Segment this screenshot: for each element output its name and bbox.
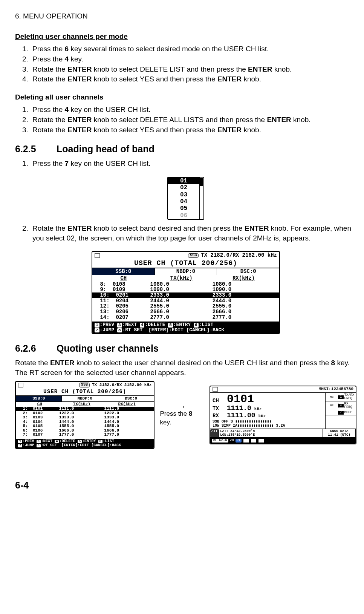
band-item[interactable]: 02 — [168, 184, 199, 191]
lon: LON:135°19.5900'E — [220, 433, 255, 437]
mmsi: MMSI:123456789 — [319, 387, 353, 392]
lcd-user-ch-main: SSB TX 2182.0/RX 2182.00 kHz USER CH (TO… — [92, 251, 280, 334]
channel-row[interactable]: 10: 02012333.02333.0 — [92, 292, 279, 298]
step: Press the 6 key several times to select … — [30, 44, 356, 54]
channel-row[interactable]: 14: 02072777.02777.0 — [92, 315, 279, 320]
scrollbar[interactable] — [199, 178, 203, 219]
section-title-all: Deleting all user channels — [15, 92, 356, 102]
steps-625b: Rotate the ENTER knob to select band des… — [15, 224, 356, 243]
status-line-2: LOW SIMP IA▮▮▮▮▮▮▮▮▮▮▮▮▮▮▮▮ 3.2A — [213, 424, 323, 428]
rx-value: 1111.00 — [227, 412, 255, 419]
mode-tab[interactable]: NBDP:0 — [155, 268, 217, 275]
step: Press the 4 key on the USER CH list. — [30, 105, 356, 115]
section-num: 6.2.5 — [15, 143, 57, 156]
mode-tab[interactable]: DSC:0 — [217, 268, 279, 275]
steps-per-mode: Press the 6 key several times to select … — [15, 44, 356, 84]
page-number: 6-4 — [15, 479, 356, 492]
mode-tab[interactable]: DSC:0 — [108, 396, 154, 401]
col-rx: RX(kHz) — [104, 402, 150, 407]
mode-tabs: SSB:0NBDP:0DSC:0 — [16, 396, 154, 402]
alert-icon — [266, 438, 272, 443]
rfgain-value: 20 — [230, 439, 234, 442]
lcd-footer: 1:PREV 3:NEXT 4:DELETE 5:ENTRY 6:LIST 7:… — [92, 322, 279, 333]
channel-row[interactable]: 1: 01011111.01111.0 — [16, 407, 154, 411]
step: Rotate the ENTER knob to select YES and … — [30, 125, 356, 135]
channel-row[interactable]: 8: 01081080.01080.0 — [92, 282, 279, 287]
lcd-user-ch-small: SSB TX 2182.0/RX 2182.00 kHz USER CH (TO… — [15, 381, 154, 449]
step: Rotate the ENTER knob to select DELETE A… — [30, 115, 356, 125]
time: 11:41 (UTC) — [328, 433, 350, 437]
channel-row[interactable]: 11: 02042444.02444.0 — [92, 298, 279, 304]
section-title-per-mode: Deleting user channels per mode — [15, 32, 356, 41]
lcd-footer: 1:PREV 3:NEXT 4:DELETE 5:ENTRY 6:LIST 7:… — [16, 439, 154, 448]
section-626-title: 6.2.6Quoting user channels — [15, 342, 356, 355]
freq-status: TX 2182.0/RX 2182.00 kHz — [92, 383, 151, 387]
col-rx: RX(kHz) — [213, 276, 275, 281]
scrollbar-thumb[interactable] — [200, 178, 203, 186]
mode-badge: SSB — [188, 253, 199, 258]
band-item[interactable]: 03 — [168, 191, 199, 198]
channel-row[interactable]: 13: 02062666.02666.0 — [92, 309, 279, 315]
band-item[interactable]: 01 — [168, 178, 199, 184]
section-626-intro: Rotate the ENTER knob to select the user… — [15, 358, 356, 377]
arrow-icon: → — [178, 403, 186, 410]
tx-value: 1111.0 — [227, 405, 251, 412]
band-item[interactable]: 04 — [168, 198, 199, 205]
section-num: 6.2.6 — [15, 342, 57, 355]
section-text: Loading head of band — [57, 144, 154, 154]
side-buttons: NB1TX/RXFREQNF4RXFREQ 7MODE — [325, 393, 356, 429]
channel-row[interactable]: 7: 01071777.01777.0 — [16, 433, 154, 437]
rx-label: RX — [213, 413, 224, 419]
col-tx: TX(kHz) — [59, 402, 104, 407]
col-ch: CH — [97, 276, 150, 281]
ch-value: 0101 — [227, 394, 254, 405]
band-item[interactable]: 06 — [168, 212, 199, 219]
mode-tab[interactable]: NBDP:0 — [62, 396, 108, 401]
envelope-icon — [243, 438, 249, 443]
rt-badge: RT — [236, 439, 242, 442]
speaker-icon — [213, 387, 218, 392]
column-headers: CH TX(kHz) RX(kHz) — [16, 402, 154, 407]
mode-badge: SSB — [79, 383, 90, 387]
col-ch: CH — [20, 402, 59, 407]
footer-hint: [ENTER]:EDIT [CANCEL]:BACK — [61, 443, 121, 447]
step-625-2: Rotate the ENTER knob to select band des… — [30, 224, 356, 243]
tx-label: TX — [213, 406, 224, 412]
step: Rotate the ENTER knob to select DELETE L… — [30, 64, 356, 74]
col-tx: TX(kHz) — [150, 276, 213, 281]
quote-row: SSB TX 2182.0/RX 2182.00 kHz USER CH (TO… — [15, 381, 356, 449]
step: Rotate the ENTER knob to select YES and … — [30, 74, 356, 84]
step: Press the 4 key. — [30, 54, 356, 64]
lcd-title: USER CH (TOTAL 200/256) — [92, 259, 279, 268]
section-text: Quoting user channels — [57, 343, 159, 354]
chapter-header: 6. MENU OPERATION — [15, 11, 356, 21]
band-item[interactable]: 05 — [168, 205, 199, 212]
side-button[interactable]: NB1TX/RXFREQ — [326, 393, 356, 401]
step-625-1: Press the 7 key on the USER CH list. — [30, 159, 356, 168]
envelope-icon — [251, 438, 257, 443]
mode-tab[interactable]: SSB:0 — [92, 268, 155, 275]
side-button[interactable]: 7MODE — [326, 410, 356, 415]
steps-625: Press the 7 key on the USER CH list. — [15, 159, 356, 168]
rt-screen: MMSI:123456789 CH0101 TX1111.0kHz RX1111… — [210, 386, 356, 444]
side-button[interactable]: NF4RXFREQ — [326, 401, 356, 410]
arrow-annotation: → Press the 8 key. — [160, 403, 204, 427]
lcd-title: USER CH (TOTAL 200/256) — [16, 388, 154, 396]
ch-label: CH — [213, 398, 224, 404]
mode-tabs: SSB:0NBDP:0DSC:0 — [92, 268, 279, 275]
rfgain-badge: RF GAIN — [212, 439, 228, 442]
speaker-icon — [95, 253, 100, 258]
speaker-icon — [18, 383, 23, 387]
freq-status: TX 2182.0/RX 2182.00 kHz — [201, 253, 277, 258]
band-list-popup: 010203040506 — [167, 177, 204, 220]
footer-hint: [ENTER]:EDIT [CANCEL]:BACK — [148, 327, 224, 333]
att-badge: ATT — [210, 429, 219, 437]
column-headers: CH TX(kHz) RX(kHz) — [92, 275, 279, 282]
channel-row[interactable]: 3: 01031333.01333.0 — [16, 415, 154, 420]
channel-row[interactable]: 12: 02052555.02555.0 — [92, 303, 279, 309]
mode-tab[interactable]: SSB:0 — [16, 396, 62, 401]
section-625-title: 6.2.5Loading head of band — [15, 143, 356, 156]
unit: kHz — [258, 414, 266, 419]
channel-row[interactable]: 9: 01091090.01090.0 — [92, 287, 279, 292]
unit: kHz — [254, 407, 262, 412]
